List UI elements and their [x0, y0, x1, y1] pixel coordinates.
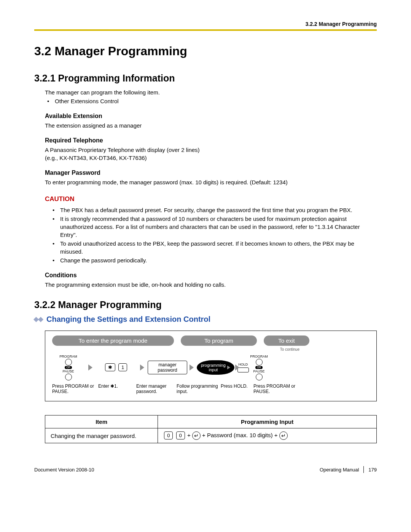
available-extension-body: The extension assigned as a manager: [45, 121, 377, 129]
footer-divider: [363, 466, 364, 473]
key-star: ✱: [105, 363, 115, 371]
arrow-icon: [227, 366, 230, 369]
conditions-body: The programming extension must be idle, …: [45, 281, 377, 289]
pill-enter-mode: To enter the program mode: [52, 335, 174, 346]
page-header-section: 3.2.2 Manager Programming: [34, 21, 377, 27]
plus-text: +: [187, 432, 191, 438]
enter-icon: ↵: [279, 431, 288, 440]
pill-to-exit: To exit: [264, 335, 309, 346]
section-3-2-2-title: 3.2.2 Manager Programming: [34, 299, 377, 310]
flow-diagram: To enter the program mode To program To …: [45, 331, 377, 401]
manager-password-head: Manager Password: [45, 169, 377, 176]
programming-input-oval: programming input: [197, 360, 234, 375]
pill-to-program: To program: [181, 335, 257, 346]
caution-item: Change the password periodically.: [45, 256, 377, 264]
intro-bullet: Other Extensions Control: [45, 97, 377, 105]
key-zero: 0: [164, 431, 173, 439]
table-cell-item: Changing the manager password.: [45, 428, 158, 443]
diamond-icon: [34, 318, 43, 321]
key-zero: 0: [176, 431, 185, 439]
password-text: + Password (max. 10 digits) +: [202, 432, 277, 438]
page-footer: Document Version 2008-10 Operating Manua…: [34, 466, 377, 473]
table-head-input: Programming Input: [158, 415, 377, 428]
footer-manual-label: Operating Manual: [320, 467, 359, 473]
header-rule: [34, 29, 377, 31]
page-title: 3.2 Manager Programming: [34, 44, 377, 58]
table-row: Changing the manager password. 0 0 + ↵ +…: [45, 428, 377, 443]
required-telephone-body2: (e.g., KX-NT343, KX-DT346, KX-T7636): [45, 154, 377, 162]
footer-page-number: 179: [368, 467, 377, 473]
caption: Press PROGRAM or PAUSE.: [52, 383, 96, 394]
table-head-item: Item: [45, 415, 158, 428]
arrow-icon: [235, 364, 239, 371]
footer-doc-version: Document Version 2008-10: [34, 467, 94, 473]
manager-password-field: manager password: [148, 361, 187, 374]
to-continue-label: To continue: [182, 347, 303, 351]
caption: Enter ✱1.: [98, 383, 134, 394]
section-3-2-1-title: 3.2.1 Programming Information: [34, 73, 377, 84]
caption: Follow programming input.: [177, 383, 218, 394]
available-extension-head: Available Extension: [45, 113, 377, 120]
enter-icon: ↵: [192, 431, 201, 440]
caution-item: To avoid unauthorized access to the PBX,…: [45, 240, 377, 256]
table-cell-input: 0 0 + ↵ + Password (max. 10 digits) + ↵: [158, 428, 377, 443]
arrow-icon: [190, 364, 194, 371]
caption: Enter manager password.: [136, 383, 174, 394]
caution-item: The PBX has a default password preset. F…: [45, 206, 377, 214]
intro-text: The manager can program the following it…: [45, 88, 377, 96]
manager-password-body: To enter programming mode, the manager p…: [45, 178, 377, 186]
required-telephone-head: Required Telephone: [45, 137, 377, 144]
arrow-icon: [88, 364, 92, 371]
program-pause-button-icon: PROGRAM OR PAUSE: [243, 355, 275, 380]
subsection-heading: Changing the Settings and Extension Cont…: [34, 315, 377, 324]
caution-item: It is strongly recommended that a passwo…: [45, 215, 377, 239]
key-sequence: ✱ 1: [96, 363, 136, 371]
caution-label: CAUTION: [45, 195, 377, 203]
programming-table: Item Programming Input Changing the mana…: [45, 415, 377, 443]
program-pause-button-icon: PROGRAM OR PAUSE: [52, 355, 84, 380]
caption: Press HOLD.: [221, 383, 251, 394]
required-telephone-body1: A Panasonic Proprietary Telephone with d…: [45, 146, 377, 154]
subsection-text: Changing the Settings and Extension Cont…: [46, 315, 210, 324]
conditions-head: Conditions: [45, 272, 377, 279]
caption: Press PROGRAM or PAUSE.: [253, 383, 307, 394]
arrow-icon: [140, 364, 144, 371]
key-one: 1: [118, 363, 127, 371]
